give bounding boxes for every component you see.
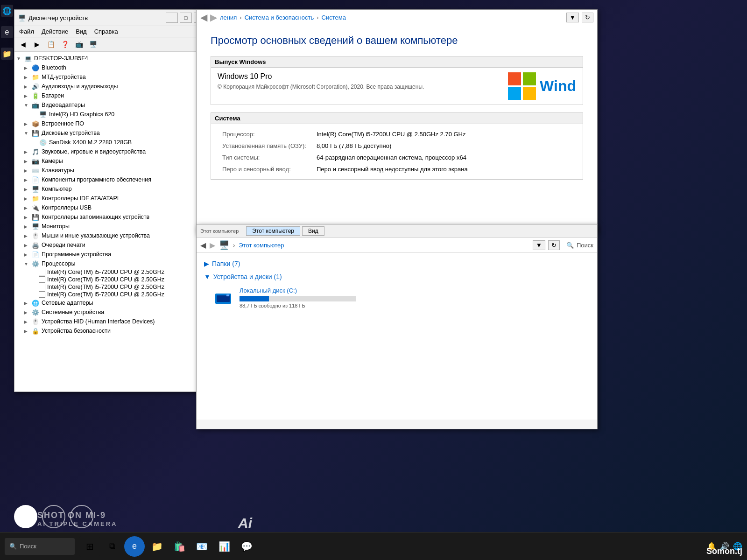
- menu-file[interactable]: Файл: [16, 27, 37, 36]
- spec-row-cpu: Процессор: Intel(R) Core(TM) i5-7200U CP…: [218, 129, 575, 140]
- windows-version: Windows 10 Pro: [218, 72, 499, 81]
- tree-video[interactable]: ▼ 📺 Видеоадаптеры: [14, 100, 210, 110]
- taskbar-mail[interactable]: 📧: [191, 536, 212, 557]
- disk-item-c[interactable]: Локальный диск (C:) 88,7 ГБ свободно из …: [204, 284, 590, 311]
- tile-green: [523, 72, 536, 85]
- maximize-button[interactable]: □: [180, 13, 192, 23]
- back-button[interactable]: ◀: [16, 39, 29, 50]
- tree-disk[interactable]: ▼ 💾 Дисковые устройства: [14, 128, 210, 138]
- search-glass-icon: 🔍: [9, 543, 17, 550]
- breadcrumb-control-panel[interactable]: ления: [220, 14, 237, 21]
- explorer-refresh-button[interactable]: ↻: [548, 240, 560, 250]
- breadcrumb-system[interactable]: Система: [322, 14, 346, 21]
- tree-keyboards[interactable]: ▶ ⌨️ Клавиатуры: [14, 166, 210, 175]
- taskbar-edge[interactable]: e: [124, 536, 145, 557]
- desktop-icon-edge[interactable]: e: [1, 26, 13, 38]
- search-label: Поиск: [577, 242, 593, 249]
- taskbar-store[interactable]: 🛍️: [169, 536, 190, 557]
- cam-dot-white: [14, 505, 37, 528]
- tree-monitors[interactable]: ▶ 🖥️ Мониторы: [14, 222, 210, 231]
- explorer-header: Этот компьютер Этот компьютер Вид: [197, 224, 597, 238]
- tree-hid[interactable]: ▶ 🖱️ Устройства HID (Human Interface Dev…: [14, 317, 210, 326]
- windows-copyright: © Корпорация Майкрософт (Microsoft Corpo…: [218, 84, 499, 90]
- breadcrumb-system-security[interactable]: Система и безопасность: [245, 14, 314, 21]
- tree-mtd[interactable]: ▶ 📁 МТД-устройства: [14, 72, 210, 82]
- tree-intel-gpu[interactable]: 🖥️ Intel(R) HD Graphics 620: [14, 110, 210, 119]
- sysinfo-title: Просмотр основных сведений о вашем компь…: [211, 35, 583, 47]
- tree-soft-devices[interactable]: ▶ 📄 Программные устройства: [14, 250, 210, 259]
- tree-security[interactable]: ▶ 🔒 Устройства безопасности: [14, 326, 210, 336]
- refresh-button[interactable]: ↻: [582, 13, 593, 22]
- dropdown-button[interactable]: ▼: [566, 13, 579, 22]
- explorer-tabs: Этот компьютер Вид: [246, 226, 324, 236]
- tree-usb[interactable]: ▶ 🔌 Контроллеры USB: [14, 203, 210, 212]
- nav-back-icon[interactable]: ◀: [200, 12, 207, 23]
- tab-view[interactable]: Вид: [302, 226, 324, 236]
- tree-ide[interactable]: ▶ 📁 Контроллеры IDE ATA/ATAPI: [14, 194, 210, 203]
- tree-battery[interactable]: ▶ 🔋 Батареи: [14, 91, 210, 100]
- nav-forward-icon[interactable]: ▶: [210, 12, 217, 23]
- windows-edition-box: Выпуск Windows Windows 10 Pro © Корпорац…: [211, 56, 583, 105]
- spec-value-pen: Перо и сенсорный ввод недоступны для это…: [313, 164, 575, 175]
- menu-bar: Файл Действие Вид Справка: [14, 26, 210, 37]
- tree-bluetooth[interactable]: ▶ 🔵 Bluetooth: [14, 63, 210, 72]
- spec-label-ram: Установленная память (ОЗУ):: [218, 140, 312, 151]
- tree-network[interactable]: ▶ 🌐 Сетевые адаптеры: [14, 298, 210, 308]
- tree-computer[interactable]: ▶ 🖥️ Компьютер: [14, 184, 210, 194]
- taskbar-items: ⊞ ⧉ e 📁 🛍️ 📧 📊 💬: [79, 536, 257, 557]
- root-icon: 💻: [24, 54, 32, 63]
- tree-sound[interactable]: ▶ 🎵 Звуковые, игровые и видеоустройства: [14, 147, 210, 156]
- forward-button[interactable]: ▶: [30, 39, 43, 50]
- system-box: Система Процессор: Intel(R) Core(TM) i5-…: [211, 112, 583, 180]
- tab-computer[interactable]: Этот компьютер: [246, 226, 300, 236]
- taskbar-app1[interactable]: 📊: [214, 536, 234, 557]
- device-manager-icon: 🖥️: [18, 14, 26, 21]
- computer-icon[interactable]: 🖥️: [219, 240, 229, 250]
- system-header: Система: [211, 113, 583, 124]
- spec-label-pen: Перо и сенсорный ввод:: [218, 164, 312, 175]
- tree-cpu-4[interactable]: Intel(R) Core(TM) i5-7200U CPU @ 2.50GHz: [14, 291, 210, 298]
- minimize-button[interactable]: ─: [166, 13, 178, 23]
- tree-software[interactable]: ▶ 📄 Компоненты программного обеспечения: [14, 175, 210, 184]
- menu-action[interactable]: Действие: [39, 27, 71, 36]
- tree-cpu-3[interactable]: Intel(R) Core(TM) i5-7200U CPU @ 2.50GHz: [14, 283, 210, 291]
- tree-system-devices[interactable]: ▶ ⚙️ Системные устройства: [14, 308, 210, 317]
- tree-sandisk[interactable]: 💿 SanDisk X400 M.2 2280 128GB: [14, 138, 210, 147]
- view-button[interactable]: 📺: [72, 39, 85, 50]
- explorer-back-icon[interactable]: ◀: [200, 241, 206, 250]
- tree-print-queue[interactable]: ▶ 🖨️ Очереди печати: [14, 240, 210, 250]
- desktop-icon-chrome[interactable]: 🌐: [1, 5, 13, 17]
- devices-header[interactable]: Устройства и диски (1): [204, 273, 590, 280]
- tree-processors[interactable]: ▼ ⚙️ Процессоры: [14, 259, 210, 268]
- tree-root[interactable]: ▼ 💻 DESKTOP-3JUB5F4: [14, 54, 210, 63]
- tree-cameras[interactable]: ▶ 📷 Камеры: [14, 156, 210, 166]
- menu-help[interactable]: Справка: [92, 27, 121, 36]
- tile-red: [508, 72, 521, 85]
- menu-view[interactable]: Вид: [73, 27, 90, 36]
- desktop-icon-folder[interactable]: 📁: [1, 48, 13, 60]
- taskbar-start-button[interactable]: ⊞: [79, 536, 100, 557]
- tree-cpu-2[interactable]: Intel(R) Core(TM) i5-7200U CPU @ 2.50GHz: [14, 276, 210, 283]
- explorer-dropdown-button[interactable]: ▼: [533, 240, 545, 250]
- tree-storage-ctrl[interactable]: ▶ 💾 Контроллеры запоминающих устройств: [14, 212, 210, 222]
- taskbar-search[interactable]: 🔍 Поиск: [5, 538, 75, 555]
- sysinfo-content: Просмотр основных сведений о вашем компь…: [197, 25, 597, 230]
- tree-mice[interactable]: ▶ 🖱️ Мыши и иные указывающие устройства: [14, 231, 210, 240]
- spec-row-type: Тип системы: 64-разрядная операционная с…: [218, 152, 575, 163]
- folders-header[interactable]: Папки (7): [204, 260, 590, 267]
- watermark-line1: SHOT ON MI-9: [37, 511, 118, 520]
- help-button[interactable]: ❓: [58, 39, 71, 50]
- device-manager-window: 🖥️ Диспетчер устройств ─ □ ✕ Файл Действ…: [14, 9, 210, 392]
- disk-info: Локальный диск (C:) 88,7 ГБ свободно из …: [240, 287, 580, 308]
- tree-audio[interactable]: ▶ 🔊 Аудиовходы и аудиовыходы: [14, 82, 210, 91]
- tree-firmware[interactable]: ▶ 📦 Встроенное ПО: [14, 119, 210, 128]
- taskbar-file-explorer[interactable]: 📁: [147, 536, 167, 557]
- monitor-button[interactable]: 🖥️: [86, 39, 99, 50]
- root-expander: ▼: [16, 56, 24, 61]
- properties-button[interactable]: 📋: [44, 39, 57, 50]
- taskbar: 🔍 Поиск ⊞ ⧉ e 📁 🛍️ 📧 📊 💬 🔔 🔊 🌐 Somon.tj: [0, 532, 747, 560]
- taskbar-task-view[interactable]: ⧉: [102, 536, 122, 557]
- taskbar-app2[interactable]: 💬: [236, 536, 257, 557]
- spec-value-ram: 8,00 ГБ (7,88 ГБ доступно): [313, 140, 575, 151]
- tree-cpu-1[interactable]: Intel(R) Core(TM) i5-7200U CPU @ 2.50GHz: [14, 268, 210, 276]
